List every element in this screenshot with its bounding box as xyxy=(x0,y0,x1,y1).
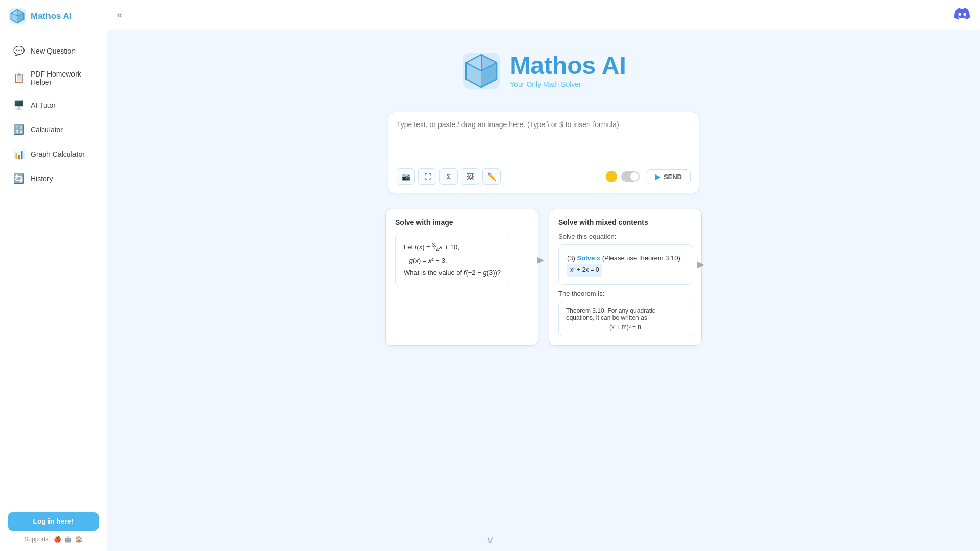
discord-icon xyxy=(954,6,970,21)
camera-tool-button[interactable]: 📷 xyxy=(397,168,415,185)
history-icon: 🔄 xyxy=(13,173,24,184)
send-button[interactable]: ▶ SEND xyxy=(647,169,691,184)
discord-link[interactable] xyxy=(954,6,970,23)
example-card-title: Solve with image xyxy=(395,218,529,227)
bottom-chevron-button[interactable]: ∨ xyxy=(486,534,494,546)
sidebar-item-pdf-helper[interactable]: 📋 PDF Homework Helper xyxy=(4,64,103,92)
sidebar-item-calculator[interactable]: 🔢 Calculator xyxy=(4,118,103,141)
calculator-icon: 🔢 xyxy=(13,124,24,135)
pdf-icon: 📋 xyxy=(13,72,24,84)
equation-note: (Please use theorem 3.10): xyxy=(602,254,682,262)
main-content: « Mat xyxy=(107,0,980,551)
example-card-mixed-title: Solve with mixed contents xyxy=(558,218,692,227)
equation-value: x² + 2x = 0 xyxy=(567,264,602,277)
math-line3: What is the value of f(−2 − g(3))? xyxy=(404,267,501,279)
sidebar-nav: 💬 New Question 📋 PDF Homework Helper 🖥️ … xyxy=(0,33,107,504)
sidebar: Mathos AI 💬 New Question 📋 PDF Homework … xyxy=(0,0,107,551)
sigma-tool-button[interactable]: Σ xyxy=(439,168,458,185)
graph-icon: 📊 xyxy=(13,148,24,160)
new-question-icon: 💬 xyxy=(13,45,24,57)
mixed-subtitle: Solve this equation: xyxy=(558,233,692,240)
brand-cube-icon xyxy=(461,51,502,91)
center-content: Mathos AI Your Only Math Solver 📷 ⛶ Σ 🖼 xyxy=(107,30,980,356)
home-icon: 🏠 xyxy=(75,536,83,543)
card1-send-button[interactable]: ▶ xyxy=(537,254,544,265)
sidebar-item-graph-calculator[interactable]: 📊 Graph Calculator xyxy=(4,142,103,166)
brand-name: Mathos AI xyxy=(510,54,626,78)
mixed-equation-box: (3) Solve x (Please use theorem 3.10): x… xyxy=(558,244,692,285)
sidebar-item-new-question[interactable]: 💬 New Question xyxy=(4,39,103,63)
brand-text: Mathos AI Your Only Math Solver xyxy=(510,54,626,88)
math-problem-box: Let f(x) = 3⁄4x + 10, g(x) = x² − 3. Wha… xyxy=(395,233,509,286)
sidebar-brand-name: Mathos AI xyxy=(31,11,72,21)
sidebar-item-label: AI Tutor xyxy=(31,101,56,109)
sidebar-item-label: Graph Calculator xyxy=(31,150,85,158)
math-line2: g(x) = x² − 3. xyxy=(404,255,501,266)
ai-tutor-icon: 🖥️ xyxy=(13,99,24,111)
supports-label: Supports: xyxy=(24,536,50,543)
theorem-formula: (x + m)² = n xyxy=(566,323,684,331)
examples-row: Solve with image Let f(x) = 3⁄4x + 10, g… xyxy=(385,209,702,346)
send-arrow-icon: ▶ xyxy=(655,173,660,181)
supports-row: Supports: 🍎 🤖 🏠 xyxy=(8,536,99,543)
sidebar-header: Mathos AI xyxy=(0,0,107,33)
brand-tagline: Your Only Math Solver xyxy=(510,80,626,88)
sidebar-item-label: PDF Homework Helper xyxy=(31,70,93,86)
image-tool-button[interactable]: 🖼 xyxy=(461,168,479,185)
math-line1: Let f(x) = 3⁄4x + 10, xyxy=(404,240,501,255)
brand-logo: Mathos AI Your Only Math Solver xyxy=(461,51,626,91)
question-input[interactable] xyxy=(397,120,691,161)
topbar: « xyxy=(107,0,980,30)
sidebar-item-label: Calculator xyxy=(31,126,63,134)
send-label: SEND xyxy=(664,173,682,181)
sidebar-item-label: History xyxy=(31,174,53,183)
sidebar-footer: Log in here! Supports: 🍎 🤖 🏠 xyxy=(0,504,107,551)
formula-icon: ⛶ xyxy=(424,173,431,181)
apple-icon: 🍎 xyxy=(54,536,61,543)
equation-prefix: (3) xyxy=(567,254,577,262)
theorem-box: Theorem 3.10. For any quadratic equation… xyxy=(558,302,692,336)
input-area: 📷 ⛶ Σ 🖼 ✏️ ▶ SEND xyxy=(388,112,699,193)
logo-cube-icon xyxy=(8,7,27,26)
image-icon: 🖼 xyxy=(467,172,474,181)
collapse-sidebar-button[interactable]: « xyxy=(117,10,122,20)
pen-tool-button[interactable]: ✏️ xyxy=(482,168,501,185)
example-card-image: Solve with image Let f(x) = 3⁄4x + 10, g… xyxy=(385,209,538,346)
sidebar-item-label: New Question xyxy=(31,47,76,55)
token-indicator xyxy=(606,171,617,182)
login-button[interactable]: Log in here! xyxy=(8,512,99,531)
example-card-mixed: Solve with mixed contents Solve this equ… xyxy=(549,209,702,346)
card2-send-button[interactable]: ▶ xyxy=(697,259,704,270)
equation-bold: Solve x xyxy=(577,254,602,262)
collapse-icon: « xyxy=(117,10,122,20)
android-icon: 🤖 xyxy=(64,536,72,543)
pen-icon: ✏️ xyxy=(487,172,496,181)
mixed-content: Solve this equation: (3) Solve x (Please… xyxy=(558,233,692,336)
sidebar-item-ai-tutor[interactable]: 🖥️ AI Tutor xyxy=(4,93,103,117)
camera-icon: 📷 xyxy=(402,172,410,181)
sigma-icon: Σ xyxy=(447,172,451,181)
input-toolbar: 📷 ⛶ Σ 🖼 ✏️ ▶ SEND xyxy=(397,168,691,185)
toggle-switch[interactable] xyxy=(621,171,640,182)
theorem-text: Theorem 3.10. For any quadratic equation… xyxy=(566,307,655,321)
formula-tool-button[interactable]: ⛶ xyxy=(418,168,436,185)
sidebar-item-history[interactable]: 🔄 History xyxy=(4,167,103,190)
theorem-label: The theorem is: xyxy=(558,290,692,297)
